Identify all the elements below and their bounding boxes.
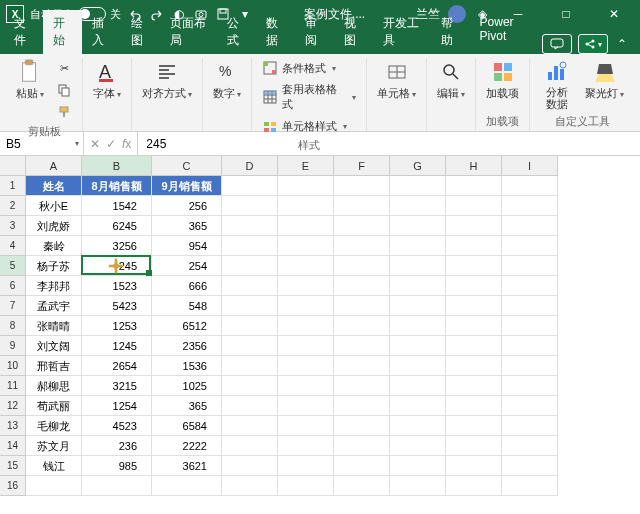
cell[interactable]: 1253: [82, 316, 152, 336]
cell[interactable]: [446, 196, 502, 216]
cell[interactable]: 2356: [152, 336, 222, 356]
cell[interactable]: [390, 216, 446, 236]
row-header[interactable]: 1: [0, 176, 26, 196]
alignment-button[interactable]: 对齐方式▾: [138, 58, 196, 103]
cell[interactable]: 姓名: [26, 176, 82, 196]
cell[interactable]: 548: [152, 296, 222, 316]
cell[interactable]: 6584: [152, 416, 222, 436]
copy-button[interactable]: [52, 80, 76, 100]
cell[interactable]: [278, 296, 334, 316]
cell[interactable]: [278, 196, 334, 216]
tab-数据[interactable]: 数据: [256, 10, 295, 54]
cell[interactable]: [334, 456, 390, 476]
row-header[interactable]: 13: [0, 416, 26, 436]
cell[interactable]: [390, 476, 446, 496]
cell[interactable]: [222, 416, 278, 436]
spreadsheet-grid[interactable]: ABCDEFGHI 12345678910111213141516 姓名8月销售…: [0, 156, 640, 496]
share-button[interactable]: ▾: [578, 34, 608, 54]
cell[interactable]: 9月销售额: [152, 176, 222, 196]
cell[interactable]: 秋小E: [26, 196, 82, 216]
tab-文件[interactable]: 文件: [4, 10, 43, 54]
cell[interactable]: 5423: [82, 296, 152, 316]
row-header[interactable]: 11: [0, 376, 26, 396]
cell[interactable]: [222, 456, 278, 476]
cell[interactable]: [446, 236, 502, 256]
cell[interactable]: [390, 296, 446, 316]
cell[interactable]: [222, 176, 278, 196]
fx-icon[interactable]: fx: [122, 137, 131, 151]
cell[interactable]: [446, 416, 502, 436]
tab-开始[interactable]: 开始: [43, 10, 82, 54]
tab-审阅[interactable]: 审阅: [295, 10, 334, 54]
cell[interactable]: 邢哲吉: [26, 356, 82, 376]
row-header[interactable]: 15: [0, 456, 26, 476]
cell[interactable]: [222, 296, 278, 316]
cell[interactable]: [278, 396, 334, 416]
cell[interactable]: [334, 196, 390, 216]
tab-插入[interactable]: 插入: [82, 10, 121, 54]
cell[interactable]: 8月销售额: [82, 176, 152, 196]
column-header[interactable]: A: [26, 156, 82, 176]
cell[interactable]: 2654: [82, 356, 152, 376]
cell[interactable]: [334, 296, 390, 316]
cell[interactable]: [152, 476, 222, 496]
cell[interactable]: [446, 176, 502, 196]
cell[interactable]: [502, 176, 558, 196]
cell[interactable]: 李邦邦: [26, 276, 82, 296]
cell[interactable]: [390, 436, 446, 456]
cell[interactable]: [446, 436, 502, 456]
cell[interactable]: [390, 236, 446, 256]
cell[interactable]: 孟武宇: [26, 296, 82, 316]
cell[interactable]: [446, 456, 502, 476]
cell[interactable]: [446, 336, 502, 356]
row-header[interactable]: 4: [0, 236, 26, 256]
cell[interactable]: 荀武丽: [26, 396, 82, 416]
cell[interactable]: [502, 356, 558, 376]
cell[interactable]: 365: [152, 396, 222, 416]
cell[interactable]: [278, 176, 334, 196]
cell[interactable]: [222, 436, 278, 456]
cell[interactable]: [278, 416, 334, 436]
cell[interactable]: 256: [152, 196, 222, 216]
name-box[interactable]: B5▾: [0, 132, 84, 155]
cell[interactable]: [502, 456, 558, 476]
cell[interactable]: [446, 356, 502, 376]
column-header[interactable]: H: [446, 156, 502, 176]
comments-button[interactable]: [542, 34, 572, 54]
cell[interactable]: [278, 316, 334, 336]
cell[interactable]: 1542: [82, 196, 152, 216]
cell[interactable]: [222, 236, 278, 256]
maximize-button[interactable]: □: [546, 0, 586, 28]
cell[interactable]: [278, 236, 334, 256]
cell[interactable]: [334, 216, 390, 236]
cell[interactable]: [222, 376, 278, 396]
cell[interactable]: [222, 196, 278, 216]
formula-input[interactable]: 245: [138, 132, 640, 155]
column-header[interactable]: C: [152, 156, 222, 176]
column-header[interactable]: E: [278, 156, 334, 176]
tab-绘图[interactable]: 绘图: [121, 10, 160, 54]
cell[interactable]: [222, 396, 278, 416]
cell[interactable]: [278, 456, 334, 476]
cell[interactable]: [390, 356, 446, 376]
addins-button[interactable]: 加载项: [482, 58, 523, 103]
cell[interactable]: [502, 476, 558, 496]
cell[interactable]: [502, 416, 558, 436]
cell[interactable]: [502, 396, 558, 416]
cell[interactable]: [446, 316, 502, 336]
cell[interactable]: [446, 256, 502, 276]
cell[interactable]: 刘文阔: [26, 336, 82, 356]
tab-视图[interactable]: 视图: [334, 10, 373, 54]
cell[interactable]: [502, 336, 558, 356]
tab-帮助[interactable]: 帮助: [431, 10, 470, 54]
cell[interactable]: 1536: [152, 356, 222, 376]
cell[interactable]: [334, 236, 390, 256]
cell[interactable]: 236: [82, 436, 152, 456]
cell[interactable]: 3215: [82, 376, 152, 396]
cell[interactable]: 毛柳龙: [26, 416, 82, 436]
spotlight-button[interactable]: 聚光灯▾: [581, 58, 628, 103]
cells-button[interactable]: 单元格▾: [373, 58, 420, 103]
cell[interactable]: [334, 356, 390, 376]
cell[interactable]: [334, 276, 390, 296]
cell[interactable]: [502, 196, 558, 216]
